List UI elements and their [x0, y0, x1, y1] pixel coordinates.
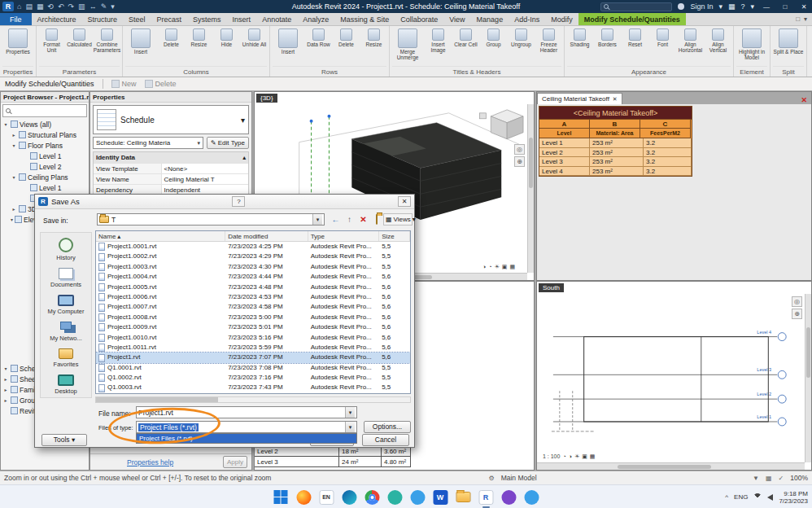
vertical-scrollbar[interactable] — [805, 294, 811, 462]
new-folder-button[interactable] — [370, 213, 382, 226]
steering-wheel-icon[interactable]: ◎ — [792, 296, 802, 307]
elevation-canvas[interactable]: Level 4 Level 3 Level 2 Level 1 — [537, 282, 811, 471]
delete-button[interactable]: ✕ — [357, 213, 369, 226]
ribbon-tab[interactable]: Steel — [123, 13, 151, 25]
cancel-button[interactable]: Cancel — [362, 434, 409, 446]
search-input[interactable] — [600, 2, 672, 11]
file-row[interactable]: Q1.0001.rvt 7/23/2023 7:08 PM Autodesk R… — [96, 363, 410, 373]
ribbon-button[interactable]: Insert — [273, 28, 303, 55]
tray-chevron-icon[interactable]: ^ — [725, 493, 728, 501]
ribbon-button[interactable]: Delete — [159, 28, 184, 47]
property-row[interactable]: View Template<None> — [94, 163, 248, 173]
minimize-button[interactable]: — — [760, 3, 773, 11]
ribbon-button[interactable]: Data Row — [306, 28, 331, 47]
save-icon[interactable]: ▦ — [37, 2, 44, 11]
ribbon-button[interactable]: Freeze Header — [536, 28, 561, 53]
select-grid-icon[interactable]: ▦ — [766, 475, 772, 482]
file-row[interactable]: Project1.0011.rvt 7/23/2023 5:59 PM Auto… — [96, 343, 410, 353]
measure-icon[interactable]: ↔ — [89, 2, 97, 11]
ribbon-button[interactable]: Calculated — [67, 28, 92, 47]
file-row[interactable]: Project1.0009.rvt 7/23/2023 5:01 PM Auto… — [96, 322, 410, 332]
ribbon-button[interactable]: Split & Place — [773, 28, 804, 55]
ribbon-tab[interactable]: File — [0, 13, 32, 25]
crop-icon[interactable]: ▦ — [509, 264, 515, 270]
project-browser-search-input[interactable] — [2, 104, 87, 117]
chevron-down-icon[interactable]: ▾ — [241, 116, 245, 125]
schedule-row[interactable]: Level 2253 m²3.2 — [539, 148, 692, 158]
ribbon-button[interactable]: Insert — [125, 28, 156, 55]
schedule-row[interactable]: Level 1253 m²3.2 — [539, 138, 692, 148]
place-desktop[interactable]: Desktop — [41, 374, 91, 395]
schedule-row[interactable]: Level 4253 m²3.2 — [539, 167, 692, 177]
ribbon-tab[interactable]: Modify Schedule/Quantities — [578, 13, 686, 25]
new-button[interactable]: New — [111, 80, 137, 88]
sun-icon[interactable]: ☀ — [574, 453, 579, 460]
steering-wheel-icon[interactable]: ◎ — [514, 144, 525, 155]
taskbar-clock[interactable]: 9:18 PM 7/23/2023 — [779, 490, 808, 505]
redo-icon[interactable]: ↷ — [68, 2, 75, 11]
ribbon-tab[interactable]: Massing & Site — [334, 13, 395, 25]
edit-type-button[interactable]: ✎Edit Type — [207, 137, 249, 149]
ribbon-tab[interactable]: Insert — [227, 13, 257, 25]
ribbon-button[interactable]: Hide — [214, 28, 239, 47]
sign-in-button[interactable]: Sign In — [690, 2, 713, 11]
options-button[interactable]: Options... — [364, 421, 411, 433]
column-letter-cell[interactable]: B — [590, 120, 640, 129]
place-my-computer[interactable]: My Computer — [41, 295, 91, 315]
dialog-title-bar[interactable]: R Save As ? ✕ — [35, 195, 414, 209]
close-button[interactable]: ✕ — [797, 3, 810, 11]
tree-item[interactable]: Level 1 — [1, 151, 89, 161]
collapse-icon[interactable]: ▴ — [242, 152, 246, 163]
ribbon-button[interactable]: Group — [481, 28, 506, 47]
schedule-row[interactable]: Level 324 m²4.80 m² — [255, 457, 411, 467]
tree-expand-icon[interactable]: ▸ — [11, 206, 17, 212]
views-menu-button[interactable]: ▦ Views ▾ — [383, 213, 413, 226]
ribbon-button[interactable]: Resize — [186, 28, 212, 47]
tree-item[interactable]: ▾Floor Plans — [1, 140, 89, 151]
place-favorites[interactable]: Favorites — [41, 348, 91, 368]
ribbon-button[interactable]: Resize — [361, 28, 386, 47]
file-type-dropdown[interactable]: Project Files (*.rvt) ▾ — [136, 421, 357, 433]
tree-item[interactable]: ▸Structural Plans — [1, 129, 89, 140]
chevron-down-icon[interactable]: ▾ — [345, 422, 355, 432]
visual-style-icon[interactable]: ◑ — [482, 264, 486, 270]
file-row[interactable]: Q1.0003.rvt 7/23/2023 7:43 PM Autodesk R… — [96, 383, 410, 392]
properties-title[interactable]: Properties — [90, 92, 251, 103]
detail-level-icon[interactable]: ◔ — [562, 453, 565, 460]
close-view-icon[interactable]: ✕ — [797, 96, 811, 104]
property-value[interactable]: Ceiling Material T — [162, 174, 248, 184]
ribbon-button[interactable]: Reset — [622, 28, 648, 47]
tree-expand-icon[interactable]: ▸ — [2, 397, 9, 403]
tree-item[interactable]: Level 2 — [1, 161, 89, 172]
tree-expand-icon[interactable]: ▾ — [11, 142, 17, 148]
qat-more-icon[interactable]: ▾ — [111, 2, 115, 11]
ribbon-tab[interactable]: View — [443, 13, 470, 25]
file-row[interactable]: Project1.0002.rvt 7/23/2023 4:29 PM Auto… — [96, 252, 410, 261]
browser-icon[interactable] — [524, 489, 539, 505]
view-3d-tab[interactable]: {3D} — [256, 94, 277, 103]
file-row[interactable]: Project1.0003.rvt 7/23/2023 4:30 PM Auto… — [96, 262, 410, 272]
detail-level-icon[interactable]: ◔ — [488, 264, 491, 270]
column-header-name[interactable]: Name▴ — [96, 231, 225, 241]
file-row[interactable]: Project1.0006.rvt 7/23/2023 4:53 PM Auto… — [96, 292, 410, 302]
sync-icon[interactable]: ⟲ — [47, 2, 54, 11]
file-row[interactable]: Project1.0001.rvt 7/23/2023 4:25 PM Auto… — [96, 242, 410, 252]
ribbon-tab[interactable]: Structure — [82, 13, 124, 25]
ribbon-tab[interactable]: Add-Ins — [509, 13, 545, 25]
maximize-button[interactable]: □ — [779, 3, 792, 11]
firefox-icon[interactable] — [296, 489, 312, 505]
tab-ceiling-material-takeoff[interactable]: Ceiling Material Takeoff ✕ — [537, 93, 622, 104]
print-icon[interactable]: ▥ — [78, 2, 85, 11]
ribbon-button[interactable]: Delete — [334, 28, 359, 47]
ribbon-button[interactable]: Shading — [567, 28, 592, 47]
apply-button[interactable]: Apply — [223, 456, 247, 468]
type-selector[interactable]: Schedule ▾ — [93, 105, 249, 134]
properties-help-link[interactable]: Properties help — [127, 458, 173, 466]
column-header-date-modified[interactable]: Date modified — [225, 231, 308, 241]
word-icon[interactable]: W — [433, 489, 448, 505]
file-row[interactable]: Project1.0010.rvt 7/23/2023 5:16 PM Auto… — [96, 333, 410, 343]
ribbon-button[interactable]: Ungroup — [509, 28, 534, 47]
tree-expand-icon[interactable]: ▸ — [11, 132, 17, 138]
column-header-type[interactable]: Type — [308, 231, 380, 241]
zoom-icon[interactable]: ⊕ — [514, 156, 525, 167]
